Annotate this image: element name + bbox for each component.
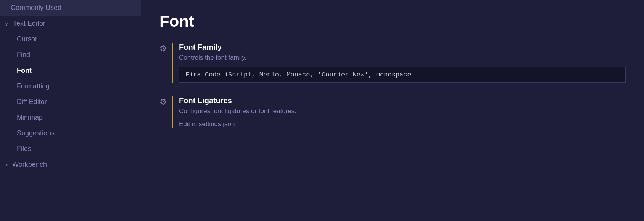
font-family-input[interactable] [179,67,626,83]
sidebar-item-files[interactable]: Files [0,141,141,157]
sidebar-item-workbench[interactable]: >Workbench [0,157,141,172]
suggestions-label: Suggestions [17,129,55,137]
minimap-label: Minimap [17,114,43,122]
sidebar-item-diff-editor[interactable]: Diff Editor [0,94,141,110]
find-label: Find [17,51,30,59]
sidebar-item-commonly-used[interactable]: Commonly Used [0,0,141,16]
setting-section-font-family: ⚙Font FamilyControls the font family. [159,43,626,83]
font-ligatures-description: Configures font ligatures or font featur… [179,107,626,115]
sidebar-item-text-editor[interactable]: ∨Text Editor [0,16,141,31]
font-family-title: Font Family [179,43,626,52]
sidebar-item-font[interactable]: Font [0,63,141,78]
text-editor-label: Text Editor [13,20,45,28]
workbench-label: Workbench [12,161,47,169]
workbench-chevron-icon: > [5,162,8,168]
files-label: Files [17,145,31,153]
settings-main-content: Font ⚙Font FamilyControls the font famil… [141,0,644,221]
text-editor-chevron-icon: ∨ [5,21,8,27]
font-label: Font [17,67,32,75]
sidebar-item-find[interactable]: Find [0,47,141,63]
font-ligatures-link[interactable]: Edit in settings.json [179,120,235,128]
commonly-used-label: Commonly Used [11,4,61,12]
sidebar-item-suggestions[interactable]: Suggestions [0,125,141,141]
sidebar-item-minimap[interactable]: Minimap [0,110,141,125]
font-ligatures-gear-icon[interactable]: ⚙ [159,97,167,107]
page-title: Font [159,12,626,31]
font-family-description: Controls the font family. [179,54,626,62]
font-ligatures-title: Font Ligatures [179,96,626,105]
diff-editor-label: Diff Editor [17,98,47,106]
formatting-label: Formatting [17,82,50,90]
cursor-label: Cursor [17,35,37,43]
sidebar-item-cursor[interactable]: Cursor [0,31,141,47]
sidebar-item-formatting[interactable]: Formatting [0,78,141,94]
font-family-gear-icon[interactable]: ⚙ [159,44,167,54]
settings-sidebar: Commonly Used∨Text EditorCursorFindFontF… [0,0,141,221]
setting-section-font-ligatures: ⚙Font LigaturesConfigures font ligatures… [159,96,626,128]
